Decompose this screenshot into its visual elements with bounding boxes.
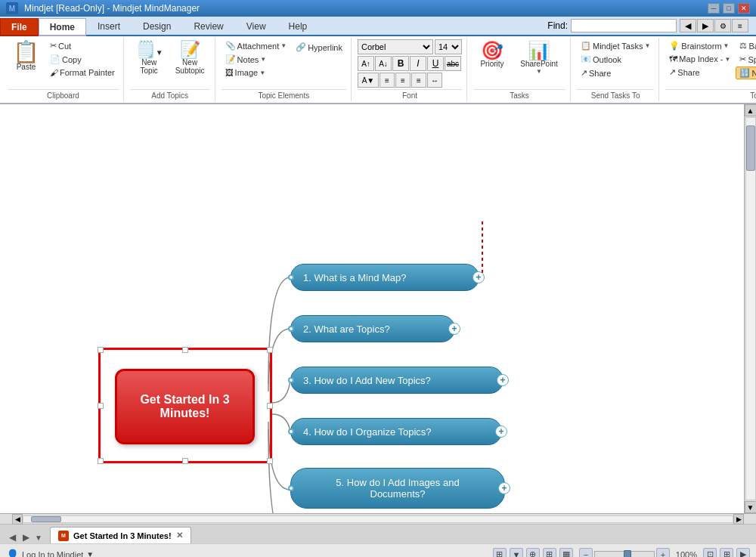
bold-button[interactable]: B: [392, 56, 409, 71]
font-family-select[interactable]: Corbel: [358, 39, 433, 54]
sel-handle-tl[interactable]: [98, 347, 104, 353]
new-topic-button[interactable]: 🗒️▼ New Topic: [130, 39, 169, 77]
window-title: Mindjet [Read-Only] - Mindjet MindManage…: [24, 3, 200, 14]
font-size-select[interactable]: 14: [435, 39, 462, 54]
zoom-in-button[interactable]: +: [656, 548, 670, 558]
h-scroll-thumb[interactable]: [31, 516, 61, 522]
hyperlink-button[interactable]: 🔗 Hyperlink: [292, 41, 346, 54]
tab-view[interactable]: View: [235, 17, 277, 35]
view-icon[interactable]: ▦: [559, 548, 573, 558]
map-index-button[interactable]: 🗺 Map Index - ▼: [665, 53, 734, 65]
align-right-button[interactable]: ≡: [411, 73, 426, 88]
split-topic-button[interactable]: ✂ Split Topic ▼: [736, 53, 756, 66]
share-tools-button[interactable]: ↗ Share: [665, 66, 734, 79]
expand-topic-4[interactable]: +: [495, 425, 507, 438]
scroll-thumb[interactable]: [746, 125, 755, 171]
sel-handle-mr[interactable]: [267, 403, 273, 409]
topic-node-4[interactable]: 4. How do I Organize Topics? +: [290, 418, 502, 445]
mindjet-tasks-button[interactable]: 📋 Mindjet Tasks ▼: [577, 39, 654, 52]
sel-handle-ml[interactable]: [98, 403, 104, 409]
expand-topic-3[interactable]: +: [497, 374, 509, 386]
sel-handle-bl[interactable]: [98, 458, 104, 464]
grid-icon[interactable]: ⊞: [543, 548, 556, 558]
tab-close-button[interactable]: ✕: [176, 531, 183, 540]
filter-icon[interactable]: ⊞: [493, 548, 507, 558]
scroll-up-button[interactable]: ▲: [745, 104, 757, 116]
canvas[interactable]: Get Started In 3 Minutes! 1. What is a M…: [0, 104, 744, 513]
fit-icon[interactable]: ⊕: [526, 548, 540, 558]
strikethrough-button[interactable]: abc: [445, 56, 461, 71]
tab-scroll-right[interactable]: ▶: [20, 531, 32, 543]
expand-topic-5[interactable]: +: [498, 482, 510, 494]
minimize-button[interactable]: ─: [708, 3, 720, 14]
topic-node-5[interactable]: 5. How do I Add Images andDocuments? +: [290, 468, 505, 509]
scroll-down-button[interactable]: ▼: [745, 501, 757, 513]
tab-help[interactable]: Help: [277, 17, 319, 35]
scroll-left-button[interactable]: ◀: [12, 514, 23, 525]
topic-node-1[interactable]: 1. What is a Mind Map? +: [290, 264, 479, 291]
zoom-slider[interactable]: [594, 551, 655, 558]
find-prev-button[interactable]: ◀: [680, 19, 696, 32]
expand-topic-1[interactable]: +: [472, 271, 485, 283]
font-color-button[interactable]: A▼: [358, 73, 379, 88]
align-center-button[interactable]: ≡: [395, 73, 411, 88]
fit-page-button[interactable]: ⊡: [703, 548, 717, 558]
share-button[interactable]: ↗ Share: [577, 67, 654, 79]
expand-font-button[interactable]: ↔: [427, 73, 442, 88]
scroll-right-button[interactable]: ▶: [733, 514, 744, 525]
find-input[interactable]: [571, 19, 677, 32]
find-options-button[interactable]: ⚙: [714, 19, 731, 32]
cut-button[interactable]: ✂ Cut: [46, 39, 119, 52]
italic-button[interactable]: I: [410, 56, 426, 71]
sel-handle-br[interactable]: [267, 458, 273, 464]
central-node[interactable]: Get Started In 3 Minutes!: [115, 369, 255, 444]
copy-button[interactable]: 📄 Copy: [46, 53, 119, 66]
sel-handle-tm[interactable]: [182, 347, 188, 353]
notes-button[interactable]: 📝 Notes ▼: [222, 53, 291, 66]
restore-button[interactable]: □: [723, 3, 735, 14]
balance-map-button[interactable]: ⚖ Balance Map: [736, 39, 756, 52]
tab-review[interactable]: Review: [182, 17, 234, 35]
grow-font-button[interactable]: A↑: [358, 56, 374, 71]
attachment-button[interactable]: 📎 Attachment ▼: [222, 39, 291, 52]
sel-handle-bm[interactable]: [182, 458, 188, 464]
status-bar: 👤 Log In to Mindjet ▼ ⊞ ▼ ⊕ ⊞ ▦ − + 100%…: [0, 543, 756, 557]
underline-button[interactable]: U: [427, 56, 444, 71]
zoom-out-button[interactable]: −: [579, 548, 593, 558]
find-more-button[interactable]: ≡: [732, 19, 748, 32]
ribbon: 📋 Paste ✂ Cut 📄 Copy 🖌 Format Painter Cl…: [0, 36, 756, 104]
filter2-icon[interactable]: ▼: [510, 548, 523, 558]
login-button[interactable]: 👤 Log In to Mindjet ▼: [6, 549, 94, 558]
find-next-button[interactable]: ▶: [697, 19, 714, 32]
tab-get-started[interactable]: M Get Started In 3 Minutes! ✕: [50, 527, 191, 543]
vertical-scrollbar[interactable]: ▲ ▼: [744, 104, 756, 513]
align-left-button[interactable]: ≡: [380, 73, 395, 88]
sel-handle-tr[interactable]: [267, 347, 273, 353]
tab-home[interactable]: Home: [39, 18, 86, 36]
presentation-button[interactable]: ▶: [736, 548, 750, 558]
shrink-font-button[interactable]: A↓: [375, 56, 392, 71]
tab-insert[interactable]: Insert: [86, 17, 132, 35]
priority-button[interactable]: 🎯 Priority: [473, 39, 511, 70]
view-mode-button[interactable]: ⊞: [720, 548, 733, 558]
tab-nav-down[interactable]: ▼: [33, 532, 44, 543]
brainstorm-button[interactable]: 💡 Brainstorm ▼: [665, 39, 734, 52]
outlook-button[interactable]: 📧 Outlook: [577, 53, 654, 66]
close-button[interactable]: ✕: [738, 3, 750, 14]
tab-file[interactable]: File: [0, 18, 39, 36]
paste-button[interactable]: 📋 Paste: [8, 39, 45, 73]
sharepoint-button[interactable]: 📊 SharePoint ▼: [513, 39, 565, 77]
horizontal-scrollbar[interactable]: ◀ ▶: [0, 513, 756, 524]
topic-node-3[interactable]: 3. How do I Add New Topics? +: [290, 367, 503, 394]
h-scroll-track[interactable]: [23, 515, 733, 523]
topic-node-2[interactable]: 2. What are Topics? +: [290, 315, 455, 342]
new-subtopic-button[interactable]: 📝 New Subtopic: [170, 39, 210, 77]
tab-design[interactable]: Design: [132, 17, 182, 35]
image-button[interactable]: 🖼 Image ▼: [222, 67, 291, 79]
tab-scroll-left[interactable]: ◀: [6, 531, 18, 543]
numbering-button[interactable]: 🔢 Numbering ▼: [736, 67, 756, 79]
format-painter-button[interactable]: 🖌 Format Painter: [46, 67, 119, 79]
scroll-track[interactable]: [745, 117, 756, 500]
zoom-thumb[interactable]: [624, 550, 631, 558]
expand-topic-2[interactable]: +: [448, 323, 460, 335]
